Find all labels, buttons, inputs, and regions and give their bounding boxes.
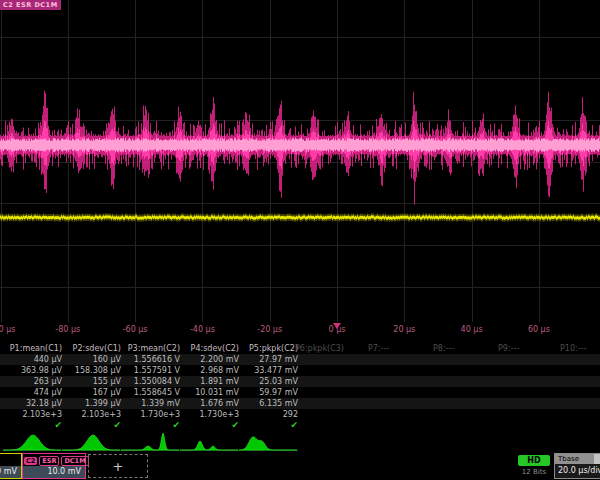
time-axis: -100 µs-80 µs-60 µs-40 µs-20 µs0 µs20 µs… — [0, 322, 600, 340]
time-axis-label: -20 µs — [257, 325, 282, 334]
measurement-value: 292 — [228, 409, 298, 420]
bottom-bar: C1 DC1M 10.0 mV C2 ESR DC1M 10.0 mV + HD… — [0, 452, 600, 480]
timebase-header-spacer — [594, 454, 600, 464]
measurement-value: 59.97 mV — [228, 387, 298, 398]
waveform-graticule[interactable] — [0, 0, 600, 322]
trigger-position-marker[interactable] — [333, 323, 341, 329]
time-axis-label: 60 µs — [528, 325, 550, 334]
parameter-header[interactable]: P5:pkpk(C2) — [228, 343, 298, 354]
histicon[interactable] — [239, 431, 298, 452]
histicon[interactable] — [3, 431, 62, 452]
time-axis-label: -100 µs — [0, 325, 15, 334]
measurement-value: 27.97 mV — [228, 354, 298, 365]
measurement-row: 440 µV160 µV1.556616 V2.200 mV27.97 mV — [0, 354, 600, 365]
c1-volts-per-div: 10.0 mV — [0, 466, 21, 478]
measurement-row: 32.18 µV1.399 µV1.339 mV1.676 mV6.135 mV — [0, 398, 600, 409]
c2-coupling-badge: DC1M — [61, 456, 88, 466]
measurement-row: 2.103e+32.103e+31.730e+31.730e+3292 — [0, 409, 600, 420]
measurement-status-row: ✔✔✔✔✔ — [0, 420, 600, 431]
time-axis-label: -60 µs — [123, 325, 148, 334]
c2-channel-badge: C2 — [24, 457, 37, 465]
parameter-header-inactive[interactable]: P6:pkpk(C3) — [295, 343, 344, 354]
timebase-descriptor[interactable]: Tbase 20.0 µs/div — [554, 453, 600, 479]
c2-volts-per-div: 10.0 mV — [23, 466, 85, 478]
parameter-header-inactive[interactable]: P10:--- — [560, 343, 586, 354]
c1-badge-row: C1 DC1M — [0, 454, 21, 466]
parameter-header-inactive[interactable]: P7:--- — [368, 343, 389, 354]
measurement-row: 363.98 µV158.308 µV1.557591 V2.968 mV33.… — [0, 365, 600, 376]
measurement-histicons — [0, 431, 600, 452]
timebase-label: Tbase — [555, 454, 594, 464]
c2-badge-row: C2 ESR DC1M — [23, 454, 85, 466]
measurement-row: 474 µV167 µV1.558645 V10.031 mV59.97 mV — [0, 387, 600, 398]
channel-descriptor-c1[interactable]: C1 DC1M 10.0 mV — [0, 453, 22, 479]
oscilloscope-screen: C2 ESR DC1M -100 µs-80 µs-60 µs-40 µs-20… — [0, 0, 600, 480]
time-axis-label: 40 µs — [461, 325, 483, 334]
parameter-header-inactive[interactable]: P8:--- — [433, 343, 454, 354]
timebase-header: Tbase — [555, 454, 600, 464]
time-axis-label: 20 µs — [393, 325, 415, 334]
hd-bits-label: 12 Bits — [514, 468, 554, 476]
histicon[interactable] — [180, 431, 239, 452]
measurement-row: 263 µV155 µV1.550084 V1.891 mV25.03 mV — [0, 376, 600, 387]
parameter-header-inactive[interactable]: P9:--- — [498, 343, 519, 354]
measurement-value: 25.03 mV — [228, 376, 298, 387]
measurement-value: 6.135 mV — [228, 398, 298, 409]
c2-esr-badge: ESR — [39, 456, 59, 466]
measurement-value: 33.477 mV — [228, 365, 298, 376]
time-axis-label: -80 µs — [55, 325, 80, 334]
trace-descriptor-overlay-label: C2 ESR DC1M — [0, 0, 61, 10]
hd-mode-badge[interactable]: HD — [518, 455, 550, 466]
status-check-icon: ✔ — [228, 420, 298, 431]
histicon[interactable] — [62, 431, 121, 452]
timebase-value: 20.0 µs/div — [555, 464, 600, 478]
measurement-table: P1:mean(C1)P2:sdev(C1)P3:mean(C2)P4:sdev… — [0, 343, 600, 431]
histicon[interactable] — [121, 431, 180, 452]
measurement-header-row: P1:mean(C1)P2:sdev(C1)P3:mean(C2)P4:sdev… — [0, 343, 600, 354]
channel-descriptor-c2[interactable]: C2 ESR DC1M 10.0 mV — [22, 453, 86, 479]
time-axis-label: -40 µs — [190, 325, 215, 334]
add-trace-button[interactable]: + — [88, 454, 148, 478]
